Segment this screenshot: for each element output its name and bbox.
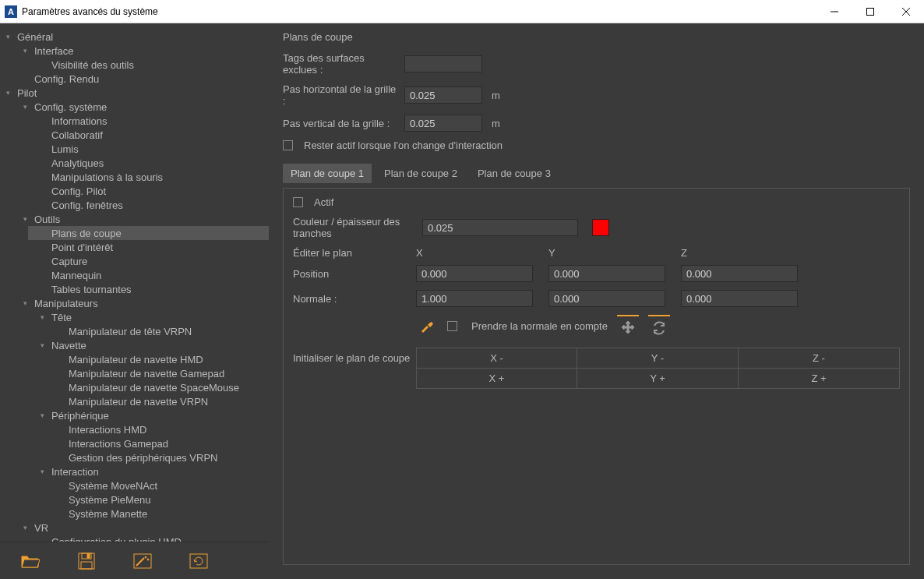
plane-color-swatch[interactable] bbox=[592, 219, 609, 236]
save-button[interactable] bbox=[76, 551, 97, 571]
tree-item[interactable]: Manipulateur de navette Gamepad bbox=[42, 366, 269, 380]
tree-item-label: Manipulateur de tête VRPN bbox=[67, 326, 192, 337]
svg-point-11 bbox=[147, 559, 149, 560]
tree-item[interactable]: Point d'intérêt bbox=[28, 240, 269, 254]
tree-item[interactable]: Mannequin bbox=[28, 268, 269, 282]
tree-item[interactable]: Collaboratif bbox=[28, 128, 269, 142]
vstep-input[interactable] bbox=[404, 115, 482, 132]
init-label: Initialiser le plan de coupe bbox=[293, 352, 416, 364]
tab-plane-3[interactable]: Plan de coupe 3 bbox=[470, 164, 559, 183]
maximize-button[interactable] bbox=[852, 0, 888, 23]
tree-item[interactable]: ▾Interaction bbox=[28, 464, 269, 478]
tree-item[interactable]: Plans de coupe bbox=[28, 226, 269, 240]
tree-item[interactable]: Manipulateur de tête VRPN bbox=[42, 324, 269, 338]
chevron-down-icon: ▾ bbox=[23, 524, 33, 531]
tree-item[interactable]: ▾Périphérique bbox=[28, 408, 269, 422]
position-label: Position bbox=[293, 268, 416, 280]
tree-item[interactable]: Config. Rendu bbox=[14, 72, 269, 86]
tree-item[interactable]: Système MoveNAct bbox=[42, 478, 269, 493]
tree-item[interactable]: ▾Navette bbox=[28, 338, 269, 352]
position-x-input[interactable] bbox=[416, 265, 533, 282]
refresh-icon[interactable] bbox=[648, 315, 670, 337]
tree-item[interactable]: ▾Pilot bbox=[0, 86, 269, 100]
tree-item[interactable]: Système PieMenu bbox=[42, 493, 269, 507]
tree-item[interactable]: ▾Tête bbox=[28, 310, 269, 324]
tree-item[interactable]: Manipulations à la souris bbox=[28, 170, 269, 184]
take-normal-checkbox[interactable] bbox=[447, 321, 457, 331]
plane-active-checkbox[interactable] bbox=[293, 197, 303, 207]
hstep-label: Pas horizontal de la grille : bbox=[283, 83, 398, 107]
tree-item[interactable]: Configuration du plugin HMD bbox=[28, 535, 269, 542]
tree-item-label: Config. Pilot bbox=[50, 185, 106, 197]
tree-item[interactable]: ▾Outils bbox=[14, 212, 269, 226]
chevron-down-icon: ▾ bbox=[6, 33, 16, 41]
open-button[interactable] bbox=[20, 551, 41, 571]
move-icon[interactable] bbox=[617, 315, 639, 337]
tree-item[interactable]: Analytiques bbox=[28, 156, 269, 170]
tree-item-label: Manipulateurs bbox=[33, 298, 98, 309]
tab-plane-2[interactable]: Plan de coupe 2 bbox=[376, 164, 465, 183]
tree-item[interactable]: ▾Manipulateurs bbox=[14, 296, 269, 310]
excluded-tags-input[interactable] bbox=[404, 55, 482, 72]
init-z-neg-button[interactable]: Z - bbox=[739, 348, 900, 369]
tree-item-label: Mannequin bbox=[50, 270, 101, 281]
init-x-pos-button[interactable]: X + bbox=[416, 369, 577, 389]
wand-button[interactable] bbox=[132, 551, 153, 571]
minimize-button[interactable] bbox=[816, 0, 852, 23]
init-x-neg-button[interactable]: X - bbox=[416, 348, 577, 369]
tree-item[interactable]: Interactions Gamepad bbox=[42, 436, 269, 450]
close-button[interactable] bbox=[888, 0, 924, 23]
tree-item-label: Général bbox=[16, 31, 53, 43]
bottom-toolbar bbox=[0, 542, 269, 579]
tree-item[interactable]: Gestion des périphériques VRPN bbox=[42, 450, 269, 464]
chevron-down-icon: ▾ bbox=[41, 468, 50, 475]
tab-plane-1[interactable]: Plan de coupe 1 bbox=[283, 164, 372, 183]
init-y-pos-button[interactable]: Y + bbox=[577, 369, 739, 389]
chevron-down-icon: ▾ bbox=[41, 341, 50, 349]
eyedropper-icon[interactable] bbox=[416, 315, 438, 337]
tree-item-label: Manipulateur de navette Gamepad bbox=[67, 368, 224, 380]
chevron-down-icon: ▾ bbox=[6, 89, 16, 97]
tree-item-label: Navette bbox=[50, 340, 86, 351]
reload-button[interactable] bbox=[189, 551, 209, 571]
stay-active-label: Rester actif lorsque l'on change d'inter… bbox=[304, 139, 503, 151]
tree-item[interactable]: Informations bbox=[28, 114, 269, 128]
normal-y-input[interactable] bbox=[548, 290, 665, 307]
tree-item[interactable]: Capture bbox=[28, 254, 269, 268]
thickness-input[interactable] bbox=[422, 219, 578, 236]
svg-point-10 bbox=[145, 556, 146, 558]
hstep-unit: m bbox=[492, 90, 500, 101]
tree-item-label: Collaboratif bbox=[50, 129, 103, 141]
tree-item[interactable]: Manipulateur de navette VRPN bbox=[42, 394, 269, 408]
tree-item[interactable]: Lumis bbox=[28, 142, 269, 156]
chevron-down-icon: ▾ bbox=[23, 47, 33, 55]
tree-item[interactable]: Visibilité des outils bbox=[28, 58, 269, 72]
tree-item[interactable]: Manipulateur de navette HMD bbox=[42, 352, 269, 366]
tree-item[interactable]: Config. fenêtres bbox=[28, 198, 269, 212]
tree-item[interactable]: Manipulateur de navette SpaceMouse bbox=[42, 380, 269, 394]
tree-item[interactable]: ▾Général bbox=[0, 30, 269, 44]
normal-x-input[interactable] bbox=[416, 290, 533, 307]
position-y-input[interactable] bbox=[548, 265, 665, 282]
stay-active-checkbox[interactable] bbox=[283, 140, 293, 150]
tree-item[interactable]: Interactions HMD bbox=[42, 422, 269, 436]
tree-item[interactable]: ▾Config. système bbox=[14, 100, 269, 114]
position-z-input[interactable] bbox=[681, 265, 798, 282]
tree-item-label: Manipulateur de navette HMD bbox=[67, 354, 203, 365]
nav-tree[interactable]: ▾Général▾InterfaceVisibilité des outilsC… bbox=[0, 23, 269, 542]
init-z-pos-button[interactable]: Z + bbox=[739, 369, 900, 389]
tree-item[interactable]: Tables tournantes bbox=[28, 282, 269, 296]
app-icon: A bbox=[5, 5, 17, 18]
tree-item[interactable]: Config. Pilot bbox=[28, 184, 269, 198]
tree-item-label: Lumis bbox=[50, 143, 79, 155]
normal-z-input[interactable] bbox=[681, 290, 798, 307]
tree-item[interactable]: ▾Interface bbox=[14, 44, 269, 58]
tree-item[interactable]: Système Manette bbox=[42, 507, 269, 521]
tree-item-label: Interactions Gamepad bbox=[67, 438, 168, 450]
tree-item-label: Système Manette bbox=[67, 508, 147, 520]
init-y-neg-button[interactable]: Y - bbox=[577, 348, 739, 369]
tree-item-label: Interface bbox=[33, 45, 74, 57]
hstep-input[interactable] bbox=[404, 86, 482, 104]
tree-item-label: Manipulations à la souris bbox=[50, 171, 163, 183]
tree-item[interactable]: ▾VR bbox=[14, 521, 269, 535]
